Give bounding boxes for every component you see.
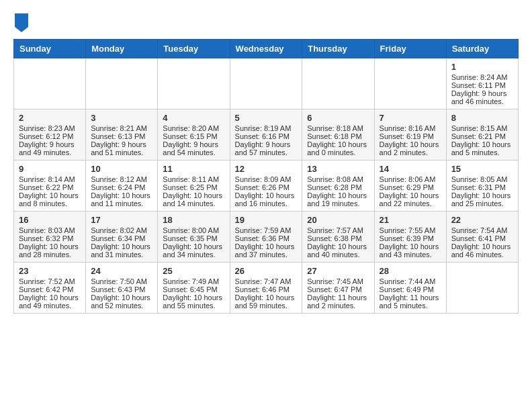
day-info: Sunset: 6:36 PM [235,234,298,242]
day-info: Sunset: 6:43 PM [91,285,152,293]
day-info: Daylight: 10 hours and 40 minutes. [307,242,369,259]
day-info: Daylight: 10 hours and 0 minutes. [307,140,369,156]
calendar-cell [158,58,230,109]
day-info: Sunset: 6:15 PM [163,132,224,140]
day-number: 5 [235,113,298,123]
calendar-cell: 22Sunrise: 7:54 AMSunset: 6:41 PMDayligh… [446,212,518,263]
calendar-cell: 21Sunrise: 7:55 AMSunset: 6:39 PMDayligh… [374,212,446,263]
calendar-week-row: 23Sunrise: 7:52 AMSunset: 6:42 PMDayligh… [14,263,519,314]
day-info: Daylight: 10 hours and 55 minutes. [163,293,224,310]
day-info: Sunrise: 8:23 AM [19,124,81,132]
calendar-week-row: 9Sunrise: 8:14 AMSunset: 6:22 PMDaylight… [14,161,519,212]
day-info: Daylight: 10 hours and 2 minutes. [380,140,441,156]
day-info: Sunset: 6:32 PM [19,234,81,242]
calendar-cell: 13Sunrise: 8:08 AMSunset: 6:28 PMDayligh… [302,161,374,212]
calendar-day-header: Wednesday [230,40,302,58]
day-info: Sunset: 6:24 PM [91,183,152,191]
calendar-cell: 15Sunrise: 8:05 AMSunset: 6:31 PMDayligh… [446,161,518,212]
calendar-cell: 19Sunrise: 7:59 AMSunset: 6:36 PMDayligh… [230,212,302,263]
day-number: 28 [380,266,441,276]
day-info: Daylight: 10 hours and 46 minutes. [451,242,513,259]
day-info: Sunrise: 7:54 AM [451,226,513,234]
calendar-table: SundayMondayTuesdayWednesdayThursdayFrid… [13,39,519,314]
day-info: Sunset: 6:21 PM [451,132,513,140]
calendar-cell: 12Sunrise: 8:09 AMSunset: 6:26 PMDayligh… [230,161,302,212]
day-info: Daylight: 10 hours and 28 minutes. [19,242,81,259]
calendar-day-header: Friday [374,40,446,58]
day-info: Sunset: 6:26 PM [235,183,298,191]
calendar-cell: 17Sunrise: 8:02 AMSunset: 6:34 PMDayligh… [86,212,158,263]
day-info: Daylight: 10 hours and 5 minutes. [451,140,513,156]
day-number: 20 [307,215,369,225]
day-info: Sunset: 6:28 PM [307,183,369,191]
day-info: Daylight: 10 hours and 31 minutes. [91,242,152,259]
day-number: 21 [380,215,441,225]
calendar-cell: 7Sunrise: 8:16 AMSunset: 6:19 PMDaylight… [374,109,446,161]
day-number: 9 [19,164,81,174]
day-number: 27 [307,266,369,276]
day-info: Daylight: 10 hours and 19 minutes. [307,191,369,208]
day-number: 7 [380,113,441,123]
day-info: Sunrise: 8:08 AM [307,175,369,183]
day-number: 17 [91,215,152,225]
calendar-cell: 24Sunrise: 7:50 AMSunset: 6:43 PMDayligh… [86,263,158,314]
day-number: 3 [91,113,152,123]
day-info: Sunset: 6:34 PM [91,234,152,242]
calendar-cell: 11Sunrise: 8:11 AMSunset: 6:25 PMDayligh… [158,161,230,212]
calendar-day-header: Saturday [446,40,518,58]
day-number: 8 [451,113,513,123]
day-info: Sunset: 6:11 PM [451,81,513,89]
day-number: 13 [307,164,369,174]
day-info: Daylight: 10 hours and 34 minutes. [163,242,224,259]
day-info: Daylight: 10 hours and 59 minutes. [235,293,298,310]
calendar-cell: 2Sunrise: 8:23 AMSunset: 6:12 PMDaylight… [14,109,86,161]
day-number: 4 [163,113,224,123]
calendar-cell: 9Sunrise: 8:14 AMSunset: 6:22 PMDaylight… [14,161,86,212]
day-number: 1 [451,62,513,72]
day-info: Daylight: 10 hours and 8 minutes. [19,191,81,208]
calendar-cell [230,58,302,109]
calendar-cell [446,263,518,314]
day-number: 14 [380,164,441,174]
day-info: Sunrise: 8:11 AM [163,175,224,183]
day-info: Sunrise: 7:57 AM [307,226,369,234]
calendar-cell: 4Sunrise: 8:20 AMSunset: 6:15 PMDaylight… [158,109,230,161]
day-info: Sunrise: 8:05 AM [451,175,513,183]
day-info: Sunset: 6:35 PM [163,234,224,242]
logo-icon [15,13,28,32]
calendar-cell: 26Sunrise: 7:47 AMSunset: 6:46 PMDayligh… [230,263,302,314]
day-info: Sunrise: 7:44 AM [380,277,441,285]
day-info: Sunset: 6:25 PM [163,183,224,191]
day-number: 26 [235,266,298,276]
calendar-cell: 3Sunrise: 8:21 AMSunset: 6:13 PMDaylight… [86,109,158,161]
calendar-cell: 28Sunrise: 7:44 AMSunset: 6:49 PMDayligh… [374,263,446,314]
day-info: Sunrise: 8:03 AM [19,226,81,234]
day-number: 18 [163,215,224,225]
day-number: 19 [235,215,298,225]
day-info: Sunset: 6:18 PM [307,132,369,140]
day-info: Sunrise: 8:24 AM [451,73,513,81]
calendar-day-header: Sunday [14,40,86,58]
day-info: Sunrise: 8:21 AM [91,124,152,132]
day-info: Sunset: 6:12 PM [19,132,81,140]
calendar-cell: 5Sunrise: 8:19 AMSunset: 6:16 PMDaylight… [230,109,302,161]
page-header [13,13,519,32]
day-number: 25 [163,266,224,276]
day-info: Sunrise: 7:52 AM [19,277,81,285]
day-info: Daylight: 10 hours and 16 minutes. [235,191,298,208]
day-info: Sunrise: 8:14 AM [19,175,81,183]
day-info: Daylight: 10 hours and 37 minutes. [235,242,298,259]
day-info: Sunset: 6:42 PM [19,285,81,293]
day-info: Daylight: 10 hours and 52 minutes. [91,293,152,310]
day-info: Sunset: 6:38 PM [307,234,369,242]
day-number: 6 [307,113,369,123]
day-info: Sunset: 6:31 PM [451,183,513,191]
day-info: Daylight: 10 hours and 14 minutes. [163,191,224,208]
day-info: Sunrise: 8:15 AM [451,124,513,132]
day-info: Sunrise: 7:59 AM [235,226,298,234]
day-info: Sunrise: 8:06 AM [380,175,441,183]
day-info: Sunset: 6:47 PM [307,285,369,293]
calendar-cell: 14Sunrise: 8:06 AMSunset: 6:29 PMDayligh… [374,161,446,212]
calendar-cell [86,58,158,109]
calendar-cell [14,58,86,109]
